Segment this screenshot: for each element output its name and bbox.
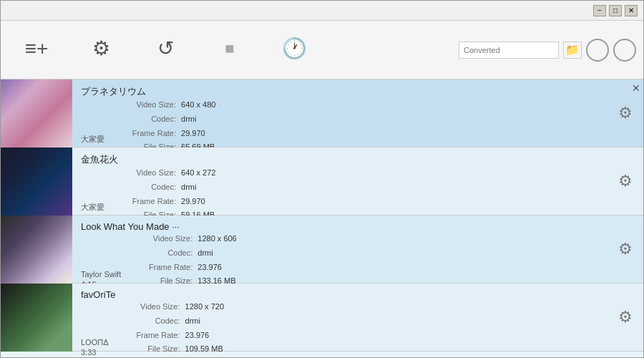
file-title: 金魚花火 <box>81 153 599 166</box>
stop-icon: ■ <box>225 41 234 57</box>
frame-rate-value: 29.970 <box>179 195 205 209</box>
toolbar: ≡+ ⚙ ↺ ■ 🕐 📁 <box>1 21 643 79</box>
file-item[interactable]: favOriTe LOOΠΔ 3:33 Video Size: 1280 x 7… <box>1 284 643 352</box>
file-artist-duration: LOOΠΔ 3:33 <box>81 338 109 357</box>
video-size-label: Video Size: <box>119 166 176 180</box>
close-button[interactable]: ✕ <box>625 5 638 16</box>
options-button[interactable]: ⚙ <box>72 25 130 75</box>
file-thumbnail <box>1 147 72 216</box>
file-meta: Taylor Swift 4:16 Video Size: 1280 x 606… <box>81 232 599 289</box>
video-size-value: 1280 x 606 <box>195 232 237 246</box>
file-duration: 3:33 <box>81 348 109 357</box>
frame-rate-label: Frame Rate: <box>135 261 192 275</box>
file-artist: Taylor Swift <box>81 270 121 279</box>
file-meta: 大家愛 4:33 Video Size: 640 x 272 Codec: dr… <box>81 166 599 223</box>
stop-button[interactable]: ■ <box>201 25 258 75</box>
file-thumbnail <box>1 216 72 284</box>
file-artist: 大家愛 <box>81 202 104 213</box>
file-meta: 大家愛 5:09 Video Size: 640 x 480 Codec: dr… <box>81 98 599 155</box>
info-button[interactable] <box>613 39 636 62</box>
frame-rate-value: 23.976 <box>195 261 222 275</box>
file-thumbnail <box>1 284 72 352</box>
file-specs: Video Size: 1280 x 606 Codec: drmi Frame… <box>135 232 237 289</box>
video-size-label: Video Size: <box>135 232 192 246</box>
codec-value: drmi <box>195 246 213 261</box>
convert-icon: ↺ <box>157 39 174 59</box>
file-settings-button[interactable]: ⚙ <box>608 216 643 283</box>
file-specs: Video Size: 640 x 480 Codec: drmi Frame … <box>119 98 215 155</box>
minimize-button[interactable]: − <box>593 5 606 16</box>
frame-rate-value: 29.970 <box>179 127 205 141</box>
frame-rate-label: Frame Rate: <box>119 127 176 141</box>
options-icon: ⚙ <box>92 39 110 59</box>
file-title: favOriTe <box>81 289 599 300</box>
codec-label: Codec: <box>123 314 180 329</box>
file-artist: LOOΠΔ <box>81 338 109 347</box>
video-size-value: 640 x 480 <box>179 98 215 112</box>
file-specs: Video Size: 1280 x 720 Codec: drmi Frame… <box>123 300 225 357</box>
file-title: Look What You Made ··· <box>81 221 599 232</box>
file-size-label: File Size: <box>123 342 180 357</box>
video-size-label: Video Size: <box>123 300 180 314</box>
codec-value: drmi <box>183 314 200 329</box>
file-settings-button[interactable]: ⚙ <box>608 284 643 351</box>
video-size-label: Video Size: <box>119 98 176 112</box>
window-controls: − □ ✕ <box>593 5 638 16</box>
video-size-value: 1280 x 720 <box>183 300 225 314</box>
file-item[interactable]: 金魚花火 大家愛 4:33 Video Size: 640 x 272 Code… <box>1 147 643 216</box>
codec-value: drmi <box>179 112 196 127</box>
file-item[interactable]: Look What You Made ··· Taylor Swift 4:16… <box>1 216 643 284</box>
file-settings-button[interactable]: ⚙ <box>608 147 643 215</box>
output-path-input[interactable] <box>459 42 559 59</box>
help-button[interactable] <box>586 39 609 62</box>
frame-rate-label: Frame Rate: <box>119 195 176 209</box>
codec-value: drmi <box>179 180 196 195</box>
codec-label: Codec: <box>119 180 176 195</box>
add-files-button[interactable]: ≡+ <box>8 25 65 75</box>
file-specs: Video Size: 640 x 272 Codec: drmi Frame … <box>119 166 215 223</box>
file-close-button[interactable]: ✕ <box>632 82 640 94</box>
maximize-button[interactable]: □ <box>609 5 622 16</box>
codec-label: Codec: <box>119 112 176 127</box>
history-button[interactable]: 🕐 <box>265 25 323 75</box>
folder-icon: 📁 <box>565 43 580 57</box>
file-info: プラネタリウム 大家愛 5:09 Video Size: 640 x 480 C… <box>72 79 608 147</box>
file-info: 金魚花火 大家愛 4:33 Video Size: 640 x 272 Code… <box>72 147 608 215</box>
file-size-value: 109.59 MB <box>183 342 223 357</box>
video-size-value: 640 x 272 <box>179 166 215 180</box>
codec-label: Codec: <box>135 246 192 261</box>
browse-folder-button[interactable]: 📁 <box>563 42 582 59</box>
output-area: 📁 <box>454 39 636 62</box>
file-meta: LOOΠΔ 3:33 Video Size: 1280 x 720 Codec:… <box>81 300 599 357</box>
title-bar: − □ ✕ <box>1 1 643 21</box>
convert-button[interactable]: ↺ <box>137 25 194 75</box>
add-files-icon: ≡+ <box>25 39 49 59</box>
file-info: Look What You Made ··· Taylor Swift 4:16… <box>72 216 608 283</box>
frame-rate-label: Frame Rate: <box>123 329 180 343</box>
file-thumbnail <box>1 79 72 147</box>
history-icon: 🕐 <box>282 39 307 59</box>
file-info: favOriTe LOOΠΔ 3:33 Video Size: 1280 x 7… <box>72 284 608 351</box>
file-title: プラネタリウム <box>81 85 599 98</box>
file-artist: 大家愛 <box>81 134 104 145</box>
file-item[interactable]: プラネタリウム 大家愛 5:09 Video Size: 640 x 480 C… <box>1 79 643 147</box>
file-list: プラネタリウム 大家愛 5:09 Video Size: 640 x 480 C… <box>1 79 643 358</box>
frame-rate-value: 23.976 <box>183 329 210 343</box>
